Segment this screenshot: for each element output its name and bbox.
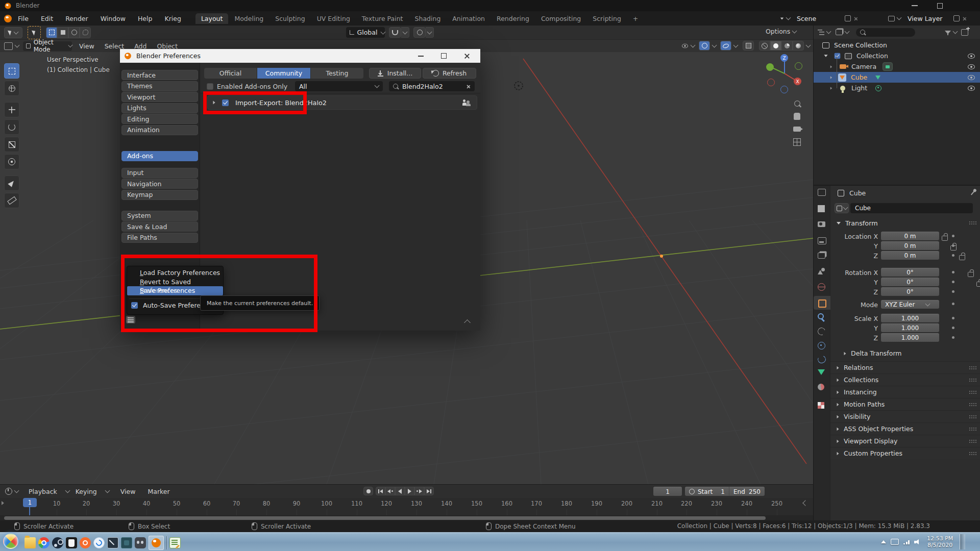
clear-search-icon[interactable] <box>467 84 470 88</box>
nav-keymap[interactable]: Keymap <box>121 190 198 200</box>
shading-wireframe-button[interactable] <box>759 41 770 51</box>
menu-file[interactable]: File <box>12 15 35 22</box>
object-type-dropdown[interactable] <box>835 203 849 213</box>
animate-dot[interactable] <box>952 254 954 257</box>
shading-material-button[interactable] <box>781 41 793 51</box>
animate-dot[interactable] <box>952 244 954 247</box>
scale-y-field[interactable]: 1.000 <box>881 323 939 332</box>
scale-z-field[interactable]: 1.000 <box>881 333 939 342</box>
timeline-collapse-icon[interactable] <box>2 501 4 505</box>
collection-checkbox[interactable] <box>835 53 841 59</box>
add-workspace-button[interactable]: + <box>627 13 644 24</box>
panel-viewport-display[interactable]: Viewport Display <box>830 435 980 447</box>
select-mode-tweak-button[interactable] <box>46 27 57 38</box>
tool-move-button[interactable] <box>4 102 19 117</box>
timeline-menu-keying[interactable]: Keying <box>69 488 103 495</box>
panel-drag-handle[interactable] <box>969 439 976 443</box>
panel-drag-handle[interactable] <box>969 403 976 407</box>
tab-compositing[interactable]: Compositing <box>535 13 586 24</box>
panel-relations[interactable]: Relations <box>830 361 980 373</box>
filter-funnel-icon[interactable] <box>945 31 951 34</box>
location-x-field[interactable]: 0 m <box>881 232 939 240</box>
location-z-field[interactable]: 0 m <box>881 251 939 260</box>
animate-dot[interactable] <box>952 327 954 329</box>
visibility-icon[interactable] <box>682 43 688 48</box>
tray-expand-icon[interactable] <box>881 540 886 543</box>
hide-toggle-eye-icon[interactable] <box>968 86 975 91</box>
select-mode-circle-button[interactable] <box>68 27 80 38</box>
xray-toggle-button[interactable] <box>743 41 754 51</box>
editor-type-icon[interactable] <box>818 189 826 196</box>
addon-search-input[interactable]: Blend2Halo2 <box>389 81 475 91</box>
tool-scale-button[interactable] <box>4 137 19 152</box>
lock-icon[interactable] <box>976 282 980 287</box>
panel-visibility[interactable]: Visibility <box>830 410 980 422</box>
lock-icon[interactable] <box>968 272 974 277</box>
nav-save-load[interactable]: Save & Load <box>121 221 198 232</box>
expand-icon[interactable] <box>830 87 832 90</box>
nav-lights[interactable]: Lights <box>121 103 198 113</box>
addon-category-dropdown[interactable]: All <box>295 81 383 91</box>
scene-name-field[interactable]: Scene <box>793 14 842 23</box>
nav-navigation[interactable]: Navigation <box>121 179 198 189</box>
menu-window[interactable]: Window <box>94 15 132 22</box>
outliner-search-input[interactable] <box>856 28 915 37</box>
image-editor-icon[interactable] <box>107 537 118 548</box>
timeline-menu-view[interactable]: View <box>114 488 142 495</box>
shading-solid-button[interactable] <box>770 41 781 51</box>
maximize-icon[interactable] <box>937 3 943 9</box>
view-layer-field[interactable]: View Layer <box>904 14 951 23</box>
hide-toggle-eye-icon[interactable] <box>968 75 975 80</box>
navigation-gizmo[interactable]: Z X <box>763 53 805 95</box>
timeline-menu-playback[interactable]: Playback <box>22 488 63 495</box>
transform-panel-header[interactable]: Transform <box>830 217 980 229</box>
gizmo-y-neg-axis[interactable] <box>795 62 802 70</box>
end-frame-field[interactable]: End 250 <box>729 487 765 496</box>
proportional-edit-button[interactable] <box>413 27 426 38</box>
outliner-row-scene-collection[interactable]: Scene Collection <box>814 40 980 51</box>
overlays-toggle-button[interactable] <box>720 41 731 51</box>
snap-options-button[interactable] <box>401 27 409 38</box>
options-dropdown[interactable]: Options <box>766 28 796 35</box>
discord-icon[interactable] <box>135 537 146 548</box>
nav-interface[interactable]: Interface <box>121 70 198 80</box>
unlink-scene-icon[interactable] <box>854 16 857 20</box>
animate-dot[interactable] <box>952 336 954 339</box>
nav-viewport[interactable]: Viewport <box>121 92 198 102</box>
nav-file-paths[interactable]: File Paths <box>121 233 198 243</box>
record-button[interactable] <box>363 487 373 495</box>
video-app-icon[interactable] <box>121 537 132 548</box>
zoom-icon[interactable] <box>794 101 800 107</box>
delta-transform-panel[interactable]: Delta Transform <box>830 348 980 359</box>
panel-custom-properties[interactable]: Custom Properties <box>830 447 980 459</box>
tab-material-icon[interactable] <box>818 384 824 390</box>
expand-icon[interactable] <box>830 76 832 79</box>
view-layer-icon[interactable] <box>888 16 895 21</box>
blender-taskbar-active[interactable] <box>149 536 164 550</box>
outliner-row-light[interactable]: Light <box>814 83 980 93</box>
show-desktop-button[interactable] <box>960 534 965 549</box>
tool-annotate-button[interactable] <box>4 176 19 191</box>
minimize-icon[interactable] <box>418 56 424 57</box>
timeline-menu-marker[interactable]: Marker <box>141 488 176 495</box>
panel-drag-handle[interactable] <box>969 427 976 431</box>
panel-instancing[interactable]: Instancing <box>830 386 980 398</box>
panel-collections[interactable]: Collections <box>830 373 980 386</box>
tab-official[interactable]: Official <box>204 68 257 79</box>
pin-icon[interactable] <box>971 191 975 195</box>
gizmo-y-axis[interactable] <box>766 63 774 71</box>
gizmo-z-axis[interactable]: Z <box>780 54 788 62</box>
close-icon[interactable] <box>464 53 470 59</box>
tab-texture-paint[interactable]: Texture Paint <box>356 13 409 24</box>
filter-collection-icon[interactable] <box>836 29 843 35</box>
play-button[interactable] <box>405 487 414 495</box>
menu-render[interactable]: Render <box>59 15 94 22</box>
tab-render-icon[interactable] <box>818 221 825 227</box>
steam-icon[interactable] <box>52 537 63 548</box>
preferences-titlebar[interactable]: Blender Preferences <box>120 49 480 63</box>
tab-tool-icon[interactable] <box>818 205 825 212</box>
gizmo-x-neg-axis[interactable] <box>767 79 775 86</box>
tool-select-box-button[interactable] <box>4 63 19 79</box>
viewport-menu-view[interactable]: View <box>74 42 100 50</box>
camera-view-icon[interactable] <box>793 127 801 132</box>
